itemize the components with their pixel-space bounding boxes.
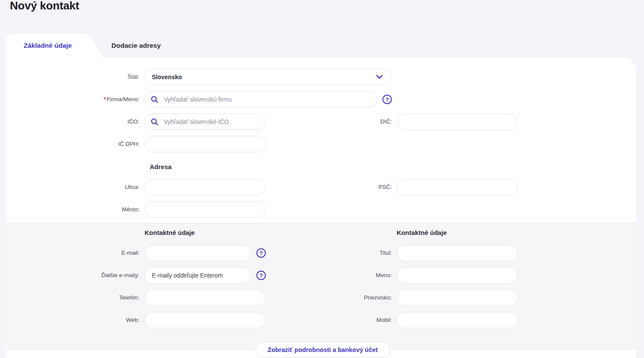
city-input[interactable] xyxy=(145,201,265,218)
show-details-button[interactable]: Zobraziť podrobnosti a bankový účet xyxy=(256,342,390,358)
form-card: Štát: Slovensko *Firma/Meno: ? IČO: DIČ:… xyxy=(6,57,636,358)
contact-heading-right: Kontaktné údaje xyxy=(397,229,447,236)
mobile-field xyxy=(397,312,518,328)
firstname-field xyxy=(397,267,518,284)
chevron-down-icon xyxy=(376,75,383,79)
tab-basic-info-label: Základné údaje xyxy=(6,34,90,57)
firstname-input[interactable] xyxy=(397,267,518,284)
street-field xyxy=(145,179,265,195)
web-input[interactable] xyxy=(145,312,265,328)
psc-label: PSČ: xyxy=(290,183,392,191)
tab-delivery-addresses-label: Dodacie adresy xyxy=(111,42,161,49)
phone-input[interactable] xyxy=(145,290,265,306)
psc-field xyxy=(397,179,518,195)
phone-field xyxy=(145,290,265,306)
country-label: Štát: xyxy=(31,73,139,81)
mobile-label: Mobil: xyxy=(290,316,392,324)
psc-input[interactable] xyxy=(397,179,518,195)
web-label: Web: xyxy=(31,316,139,324)
company-name-label: *Firma/Meno: xyxy=(31,96,139,103)
email-field xyxy=(145,245,251,261)
address-heading: Adresa xyxy=(150,163,172,170)
tab-basic-info[interactable]: Základné údaje xyxy=(6,34,97,57)
title-label: Titul: xyxy=(290,249,392,257)
icdph-label: IČ DPH: xyxy=(31,140,139,148)
surname-input[interactable] xyxy=(397,290,518,306)
help-icon[interactable]: ? xyxy=(256,271,266,280)
company-name-field xyxy=(145,91,378,108)
tab-delivery-addresses[interactable]: Dodacie adresy xyxy=(102,34,170,57)
email-input[interactable] xyxy=(145,245,251,261)
ico-field xyxy=(145,114,265,130)
web-field xyxy=(145,312,265,328)
help-icon[interactable]: ? xyxy=(256,248,266,258)
contact-heading-left: Kontaktné údaje xyxy=(145,229,195,236)
street-label: Ulica: xyxy=(31,183,139,191)
title-field xyxy=(397,245,518,261)
mobile-input[interactable] xyxy=(397,312,518,328)
ico-label: IČO: xyxy=(31,118,139,126)
street-input[interactable] xyxy=(145,179,265,195)
contact-section xyxy=(6,223,636,349)
surname-label: Priezvisko: xyxy=(290,294,392,302)
icdph-field xyxy=(145,136,265,152)
ico-input[interactable] xyxy=(145,114,265,130)
city-label: Město: xyxy=(31,206,139,213)
country-select-value: Slovensko xyxy=(152,74,182,80)
other-emails-label: Ďalšie e-maily: xyxy=(31,272,139,279)
firstname-label: Meno: xyxy=(290,272,392,279)
other-emails-input[interactable] xyxy=(145,267,251,284)
country-select[interactable]: Slovensko xyxy=(145,69,391,85)
icdph-input[interactable] xyxy=(145,136,265,152)
help-icon[interactable]: ? xyxy=(382,95,392,104)
dic-field xyxy=(397,114,518,130)
other-emails-field xyxy=(145,267,251,284)
page-title: Nový kontakt xyxy=(10,0,79,13)
city-field xyxy=(145,201,265,218)
company-name-input[interactable] xyxy=(145,91,378,108)
required-mark: * xyxy=(104,96,106,102)
phone-label: Telefón: xyxy=(31,294,139,302)
dic-label: DIČ: xyxy=(290,118,392,126)
email-label: E-mail: xyxy=(31,249,139,257)
surname-field xyxy=(397,290,518,306)
dic-input[interactable] xyxy=(397,114,518,130)
title-input[interactable] xyxy=(397,245,518,261)
